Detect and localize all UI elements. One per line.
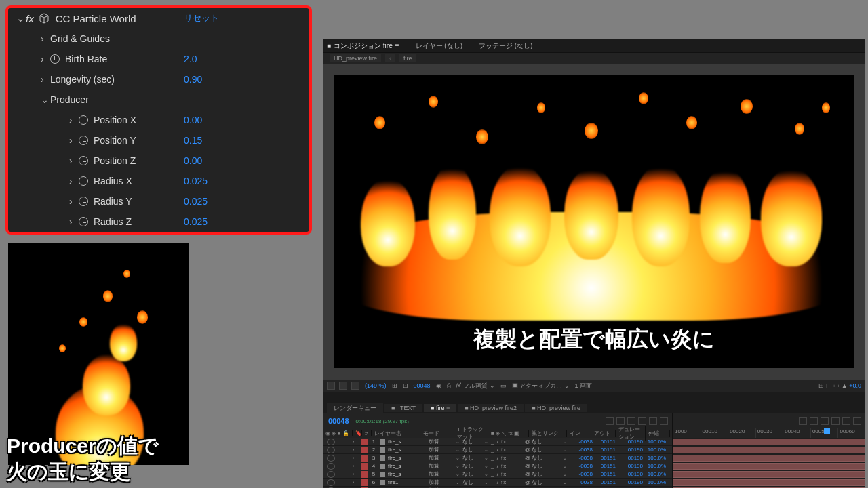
display-icon[interactable]: ▭ xyxy=(500,382,507,389)
track-matte[interactable]: なし xyxy=(462,438,484,445)
parent-link[interactable]: なし xyxy=(532,454,563,462)
in-point[interactable]: -0038 xyxy=(570,479,593,485)
comp-viewer[interactable]: 複製と配置で幅広い炎に xyxy=(323,64,865,380)
chevron-right-icon[interactable]: › xyxy=(353,439,358,444)
out-point[interactable]: 00151 xyxy=(593,447,616,453)
stretch[interactable]: 100.0% xyxy=(643,447,666,453)
chevron-right-icon[interactable]: › xyxy=(69,176,79,186)
view-dropdown[interactable]: 1 画面 xyxy=(575,382,593,390)
pickwhip-icon[interactable]: @ xyxy=(525,439,532,445)
position-z-row[interactable]: ›Position Z0.00 xyxy=(8,150,309,171)
out-point[interactable]: 00151 xyxy=(593,455,616,461)
layer-bar[interactable] xyxy=(673,447,865,453)
layer-row[interactable]: ›1fire_s加算⌄なし⌄_ / fx@なし⌄-003800151001901… xyxy=(323,438,672,446)
layer-bar[interactable] xyxy=(673,479,865,486)
current-frame[interactable]: 00048 xyxy=(414,382,431,389)
stretch[interactable]: 100.0% xyxy=(643,455,666,461)
chevron-right-icon[interactable]: › xyxy=(353,472,358,476)
parent-link[interactable]: なし xyxy=(532,438,563,445)
out-point[interactable]: 00151 xyxy=(593,479,616,485)
timeline-search-icons[interactable] xyxy=(606,417,672,425)
pickwhip-icon[interactable]: @ xyxy=(525,471,532,477)
out-point[interactable]: 00151 xyxy=(593,471,616,477)
birth-rate-row[interactable]: › Birth Rate 2.0 xyxy=(8,49,309,69)
visibility-toggle[interactable] xyxy=(327,455,335,462)
track-matte[interactable]: なし xyxy=(462,454,484,462)
chevron-right-icon[interactable]: › xyxy=(41,33,50,44)
col-layer-name[interactable]: レイヤー名 xyxy=(372,430,420,437)
parent-link[interactable]: なし xyxy=(532,470,563,478)
col-mode[interactable]: モード xyxy=(420,430,454,437)
track-matte[interactable]: なし xyxy=(462,462,484,470)
timeline-tab[interactable]: ■ HD_preview fire xyxy=(525,404,587,412)
track-matte[interactable]: なし xyxy=(462,470,484,478)
switches[interactable]: _ / fx xyxy=(491,479,525,485)
visibility-toggle[interactable] xyxy=(327,447,335,453)
label-color[interactable] xyxy=(361,455,368,462)
label-color[interactable] xyxy=(361,463,368,470)
in-point[interactable]: -0038 xyxy=(570,455,593,461)
prop-value[interactable]: 0.00 xyxy=(184,115,302,125)
switches[interactable]: _ / fx xyxy=(491,455,525,461)
duration[interactable]: 00190 xyxy=(616,463,643,469)
layer-row[interactable]: ›2fire_s加算⌄なし⌄_ / fx@なし⌄-003800151001901… xyxy=(323,446,672,454)
chevron-right-icon[interactable]: › xyxy=(41,74,50,85)
tab-layer[interactable]: レイヤー (なし) xyxy=(416,41,462,51)
visibility-toggle[interactable] xyxy=(327,439,335,445)
playhead[interactable] xyxy=(827,428,827,488)
stretch[interactable]: 100.0% xyxy=(643,439,666,445)
prop-value[interactable]: 0.025 xyxy=(184,196,302,207)
timeline-tab[interactable]: ■ HD_preview fire2 xyxy=(458,404,524,412)
radius-x-row[interactable]: ›Radius X0.025 xyxy=(8,171,309,191)
layer-row[interactable]: ›3fire_s加算⌄なし⌄_ / fx@なし⌄-003800151001901… xyxy=(323,454,672,462)
pickwhip-icon[interactable]: @ xyxy=(525,463,532,469)
blend-mode[interactable]: 加算 xyxy=(429,438,456,445)
switches[interactable]: _ / fx xyxy=(491,447,525,453)
grid-icon[interactable]: ⊡ xyxy=(403,382,408,389)
stopwatch-icon[interactable] xyxy=(79,197,88,206)
in-point[interactable]: -0038 xyxy=(570,463,593,469)
stopwatch-icon[interactable] xyxy=(79,156,88,165)
viewer-tool-icons[interactable] xyxy=(327,382,359,390)
duration[interactable]: 00190 xyxy=(616,447,643,453)
col-in[interactable]: イン xyxy=(567,430,591,437)
layer-bar[interactable] xyxy=(673,471,865,478)
radius-z-row[interactable]: ›Radius Z0.025 xyxy=(8,211,309,232)
label-color[interactable] xyxy=(361,447,368,453)
layer-name[interactable]: fire_s xyxy=(388,463,429,469)
viewer-right-icons[interactable]: ⊞ ◫ ⬚ ▲ +0.0 xyxy=(818,382,861,389)
duration[interactable]: 00190 xyxy=(616,455,643,461)
stretch[interactable]: 100.0% xyxy=(643,463,666,469)
timecode[interactable]: 00048 xyxy=(328,417,349,425)
crumb[interactable]: fire xyxy=(399,54,416,62)
in-point[interactable]: -0038 xyxy=(570,447,593,453)
tab-composition[interactable]: ■ コンポジション fire ≡ xyxy=(327,41,399,51)
time-ruler[interactable]: 1000000100002000030000400005000060 xyxy=(673,428,865,438)
pickwhip-icon[interactable]: @ xyxy=(525,455,532,461)
chevron-right-icon[interactable]: › xyxy=(353,455,358,460)
col-stretch[interactable]: 伸縮 xyxy=(646,430,670,437)
visibility-toggle[interactable] xyxy=(327,471,335,478)
chevron-down-icon[interactable]: ⌄ xyxy=(41,94,50,105)
in-point[interactable]: -0038 xyxy=(570,471,593,477)
prop-value[interactable]: 0.15 xyxy=(184,135,302,146)
timeline-right-icons[interactable] xyxy=(673,414,865,428)
parent-link[interactable]: なし xyxy=(532,462,563,470)
label-color[interactable] xyxy=(361,479,368,486)
quality-dropdown[interactable]: 🗲 フル画質 ⌄ xyxy=(456,382,495,390)
chevron-right-icon[interactable]: › xyxy=(353,480,358,485)
timeline-track-area[interactable]: 1000000100002000030000400005000060 xyxy=(673,428,865,488)
blend-mode[interactable]: 加算 xyxy=(429,454,456,462)
col-out[interactable]: アウト xyxy=(591,430,616,437)
chevron-right-icon[interactable]: › xyxy=(353,464,358,468)
in-point[interactable]: -0038 xyxy=(570,439,593,445)
reset-link[interactable]: リセット xyxy=(184,12,302,24)
duration[interactable]: 00190 xyxy=(616,479,643,485)
layer-bar[interactable] xyxy=(673,439,865,445)
chevron-right-icon[interactable]: › xyxy=(41,54,50,64)
parent-link[interactable]: なし xyxy=(532,446,563,453)
chevron-right-icon[interactable]: › xyxy=(69,216,79,227)
grid-guides-row[interactable]: › Grid & Guides xyxy=(8,28,309,49)
blend-mode[interactable]: 加算 xyxy=(429,479,456,486)
camera-dropdown[interactable]: ▣ アクティブカ… ⌄ xyxy=(512,382,570,390)
